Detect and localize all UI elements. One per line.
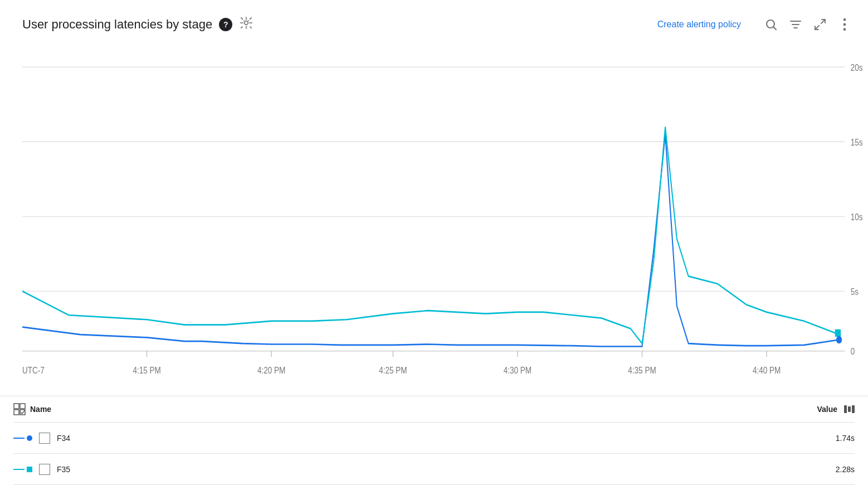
svg-rect-41 (14, 404, 19, 409)
f34-indicator (13, 435, 32, 441)
svg-line-8 (774, 27, 777, 30)
legend-row-f34: F34 1.74s (13, 423, 855, 454)
fullscreen-button[interactable] (810, 14, 830, 35)
f35-line (22, 127, 839, 343)
filter-button[interactable] (786, 14, 806, 35)
legend-name-header: Name (13, 403, 51, 415)
legend-grid-icon (13, 403, 26, 415)
svg-text:5s: 5s (851, 286, 859, 297)
header-actions: Create alerting policy (651, 14, 855, 35)
legend-area: Name Value F34 1.74s (0, 396, 868, 485)
crosshair-icon[interactable] (239, 16, 253, 33)
create-alerting-button[interactable]: Create alerting policy (651, 16, 748, 33)
svg-text:10s: 10s (851, 211, 863, 222)
legend-name-label: Name (30, 405, 51, 414)
svg-point-4 (245, 21, 248, 25)
f35-line-dash (13, 469, 25, 470)
f35-name: F35 (57, 465, 70, 474)
columns-icon[interactable] (844, 405, 855, 413)
f34-line (22, 134, 839, 347)
chart-body: UTC-7 4:15 PM 4:20 PM 4:25 PM 4:30 PM 4:… (0, 45, 868, 396)
svg-text:UTC-7: UTC-7 (22, 365, 45, 375)
svg-text:0: 0 (851, 346, 855, 357)
svg-text:4:35 PM: 4:35 PM (628, 365, 656, 375)
svg-rect-43 (14, 410, 19, 415)
f34-checkbox[interactable] (39, 433, 50, 444)
svg-point-15 (843, 23, 846, 26)
chart-title: User processing latencies by stage (22, 17, 212, 32)
legend-value-header: Value (817, 405, 855, 414)
svg-text:4:15 PM: 4:15 PM (133, 365, 160, 375)
more-options-button[interactable] (835, 14, 855, 35)
svg-text:4:30 PM: 4:30 PM (504, 365, 531, 375)
svg-text:20s: 20s (851, 62, 863, 72)
svg-line-12 (821, 20, 825, 23)
f34-value: 1.74s (836, 434, 855, 443)
f35-checkbox[interactable] (39, 464, 50, 475)
help-icon[interactable]: ? (219, 18, 232, 31)
chart-svg: UTC-7 4:15 PM 4:20 PM 4:25 PM 4:30 PM 4:… (22, 45, 868, 396)
chart-svg-area: UTC-7 4:15 PM 4:20 PM 4:25 PM 4:30 PM 4:… (22, 45, 868, 396)
legend-value-label: Value (817, 405, 837, 414)
chart-header: User processing latencies by stage ? Cre… (0, 0, 868, 45)
f34-line-dash (13, 438, 25, 439)
svg-line-6 (248, 18, 250, 21)
svg-point-14 (843, 18, 846, 21)
f34-name: F34 (57, 434, 70, 443)
svg-line-13 (815, 26, 819, 30)
legend-header: Name Value (13, 396, 855, 423)
f35-square (27, 467, 32, 472)
svg-line-5 (242, 18, 245, 21)
legend-row-f35: F35 2.28s (13, 454, 855, 485)
chart-container: User processing latencies by stage ? Cre… (0, 0, 868, 485)
svg-text:4:25 PM: 4:25 PM (379, 365, 407, 375)
f34-endpoint (836, 336, 842, 343)
svg-point-16 (843, 28, 846, 31)
svg-text:4:20 PM: 4:20 PM (257, 365, 285, 375)
f34-dot (27, 435, 32, 441)
svg-text:15s: 15s (851, 137, 863, 147)
svg-text:4:40 PM: 4:40 PM (753, 365, 781, 375)
f35-indicator (13, 467, 32, 472)
search-button[interactable] (761, 14, 781, 35)
f35-endpoint (835, 329, 841, 337)
f35-value: 2.28s (836, 465, 855, 474)
svg-rect-42 (20, 404, 25, 409)
